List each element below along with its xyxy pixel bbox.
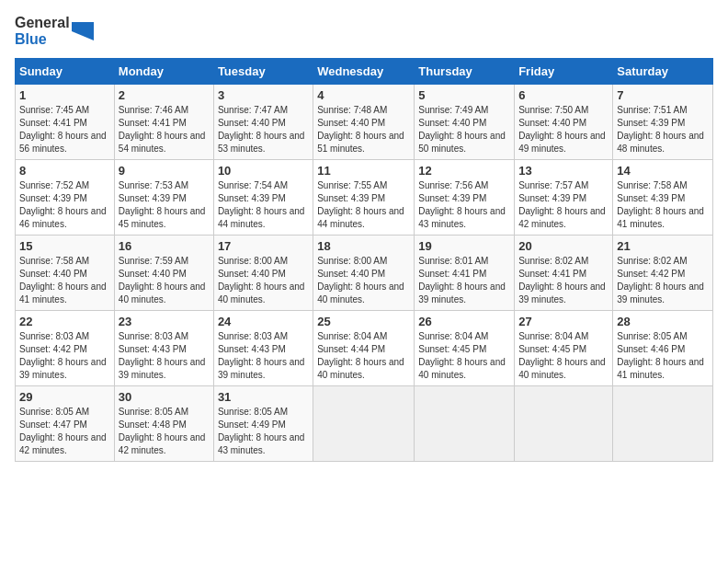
day-info: Sunrise: 8:04 AMSunset: 4:45 PMDaylight:… [418, 331, 506, 380]
calendar-cell [613, 386, 713, 462]
day-info: Sunrise: 7:55 AMSunset: 4:39 PMDaylight:… [317, 180, 404, 229]
day-info: Sunrise: 7:58 AMSunset: 4:40 PMDaylight:… [19, 256, 107, 304]
header-friday: Friday [515, 59, 613, 85]
header-tuesday: Tuesday [213, 59, 313, 85]
calendar-cell: 4 Sunrise: 7:48 AMSunset: 4:40 PMDayligh… [313, 85, 415, 160]
day-number: 29 [19, 390, 110, 404]
day-info: Sunrise: 7:50 AMSunset: 4:40 PMDaylight:… [518, 105, 606, 154]
calendar-cell: 26 Sunrise: 8:04 AMSunset: 4:45 PMDaylig… [415, 311, 515, 386]
logo-general: General [15, 15, 70, 31]
calendar-cell: 6 Sunrise: 7:50 AMSunset: 4:40 PMDayligh… [515, 85, 613, 160]
day-info: Sunrise: 8:05 AMSunset: 4:46 PMDaylight:… [617, 331, 704, 380]
day-info: Sunrise: 7:56 AMSunset: 4:39 PMDaylight:… [418, 180, 506, 229]
day-number: 30 [119, 390, 210, 404]
day-info: Sunrise: 7:57 AMSunset: 4:39 PMDaylight:… [518, 180, 606, 229]
day-number: 11 [317, 164, 410, 178]
day-info: Sunrise: 7:51 AMSunset: 4:39 PMDaylight:… [617, 105, 704, 154]
calendar-cell: 12 Sunrise: 7:56 AMSunset: 4:39 PMDaylig… [415, 160, 515, 236]
calendar-cell: 15 Sunrise: 7:58 AMSunset: 4:40 PMDaylig… [16, 236, 115, 311]
day-number: 18 [317, 239, 410, 253]
week-row-5: 29 Sunrise: 8:05 AMSunset: 4:47 PMDaylig… [16, 386, 713, 462]
week-row-3: 15 Sunrise: 7:58 AMSunset: 4:40 PMDaylig… [16, 236, 713, 311]
day-info: Sunrise: 7:45 AMSunset: 4:41 PMDaylight:… [19, 105, 107, 154]
day-info: Sunrise: 8:05 AMSunset: 4:49 PMDaylight:… [218, 407, 305, 455]
day-info: Sunrise: 8:02 AMSunset: 4:42 PMDaylight:… [617, 256, 704, 304]
calendar-cell [313, 386, 415, 462]
svg-marker-0 [72, 22, 94, 40]
calendar-cell: 16 Sunrise: 7:59 AMSunset: 4:40 PMDaylig… [114, 236, 213, 311]
calendar-cell: 22 Sunrise: 8:03 AMSunset: 4:42 PMDaylig… [16, 311, 115, 386]
day-number: 9 [119, 164, 210, 178]
day-number: 27 [518, 315, 609, 328]
calendar-cell: 31 Sunrise: 8:05 AMSunset: 4:49 PMDaylig… [213, 386, 313, 462]
calendar-cell: 29 Sunrise: 8:05 AMSunset: 4:47 PMDaylig… [16, 386, 115, 462]
day-info: Sunrise: 7:47 AMSunset: 4:40 PMDaylight:… [218, 105, 305, 154]
day-number: 17 [218, 239, 309, 253]
day-number: 8 [19, 164, 110, 178]
day-number: 25 [317, 315, 410, 328]
day-info: Sunrise: 7:48 AMSunset: 4:40 PMDaylight:… [317, 105, 404, 154]
header-sunday: Sunday [16, 59, 115, 85]
day-info: Sunrise: 7:54 AMSunset: 4:39 PMDaylight:… [218, 180, 305, 229]
calendar-cell: 7 Sunrise: 7:51 AMSunset: 4:39 PMDayligh… [613, 85, 713, 160]
day-number: 10 [218, 164, 309, 178]
header-thursday: Thursday [415, 59, 515, 85]
day-number: 22 [19, 315, 110, 328]
calendar-cell: 28 Sunrise: 8:05 AMSunset: 4:46 PMDaylig… [613, 311, 713, 386]
day-number: 14 [617, 164, 709, 178]
calendar-cell: 13 Sunrise: 7:57 AMSunset: 4:39 PMDaylig… [515, 160, 613, 236]
day-info: Sunrise: 8:03 AMSunset: 4:42 PMDaylight:… [19, 331, 107, 380]
day-number: 5 [418, 88, 510, 102]
calendar-cell: 25 Sunrise: 8:04 AMSunset: 4:44 PMDaylig… [313, 311, 415, 386]
day-number: 4 [317, 88, 410, 102]
day-number: 19 [418, 239, 510, 253]
calendar-cell: 18 Sunrise: 8:00 AMSunset: 4:40 PMDaylig… [313, 236, 415, 311]
logo-blue: Blue [15, 31, 70, 48]
day-info: Sunrise: 7:58 AMSunset: 4:39 PMDaylight:… [617, 180, 704, 229]
day-number: 6 [518, 88, 609, 102]
calendar-cell: 23 Sunrise: 8:03 AMSunset: 4:43 PMDaylig… [114, 311, 213, 386]
day-number: 26 [418, 315, 510, 328]
day-number: 12 [418, 164, 510, 178]
day-number: 31 [218, 390, 309, 404]
day-info: Sunrise: 8:03 AMSunset: 4:43 PMDaylight:… [119, 331, 206, 380]
day-info: Sunrise: 7:52 AMSunset: 4:39 PMDaylight:… [19, 180, 107, 229]
week-row-2: 8 Sunrise: 7:52 AMSunset: 4:39 PMDayligh… [16, 160, 713, 236]
day-number: 3 [218, 88, 309, 102]
day-info: Sunrise: 8:05 AMSunset: 4:47 PMDaylight:… [19, 407, 107, 455]
calendar-cell [515, 386, 613, 462]
calendar-cell: 19 Sunrise: 8:01 AMSunset: 4:41 PMDaylig… [415, 236, 515, 311]
calendar-cell: 21 Sunrise: 8:02 AMSunset: 4:42 PMDaylig… [613, 236, 713, 311]
calendar-cell: 1 Sunrise: 7:45 AMSunset: 4:41 PMDayligh… [16, 85, 115, 160]
calendar-cell: 9 Sunrise: 7:53 AMSunset: 4:39 PMDayligh… [114, 160, 213, 236]
calendar-cell: 2 Sunrise: 7:46 AMSunset: 4:41 PMDayligh… [114, 85, 213, 160]
header-monday: Monday [114, 59, 213, 85]
day-info: Sunrise: 8:02 AMSunset: 4:41 PMDaylight:… [518, 256, 606, 304]
day-number: 2 [119, 88, 210, 102]
calendar-cell: 3 Sunrise: 7:47 AMSunset: 4:40 PMDayligh… [213, 85, 313, 160]
logo: General Blue [15, 15, 94, 47]
day-number: 1 [19, 88, 110, 102]
day-number: 16 [119, 239, 210, 253]
page-header: General Blue [15, 15, 713, 47]
day-info: Sunrise: 8:00 AMSunset: 4:40 PMDaylight:… [317, 256, 404, 304]
day-number: 20 [518, 239, 609, 253]
calendar-table: SundayMondayTuesdayWednesdayThursdayFrid… [15, 58, 713, 462]
day-info: Sunrise: 7:59 AMSunset: 4:40 PMDaylight:… [119, 256, 206, 304]
day-info: Sunrise: 8:05 AMSunset: 4:48 PMDaylight:… [119, 407, 206, 455]
day-number: 23 [119, 315, 210, 328]
header-saturday: Saturday [613, 59, 713, 85]
day-info: Sunrise: 8:03 AMSunset: 4:43 PMDaylight:… [218, 331, 305, 380]
day-number: 13 [518, 164, 609, 178]
day-info: Sunrise: 8:04 AMSunset: 4:45 PMDaylight:… [518, 331, 606, 380]
calendar-cell [415, 386, 515, 462]
calendar-cell: 24 Sunrise: 8:03 AMSunset: 4:43 PMDaylig… [213, 311, 313, 386]
header-wednesday: Wednesday [313, 59, 415, 85]
calendar-cell: 20 Sunrise: 8:02 AMSunset: 4:41 PMDaylig… [515, 236, 613, 311]
calendar-cell: 17 Sunrise: 8:00 AMSunset: 4:40 PMDaylig… [213, 236, 313, 311]
logo-chevron-icon [72, 18, 94, 44]
calendar-cell: 14 Sunrise: 7:58 AMSunset: 4:39 PMDaylig… [613, 160, 713, 236]
day-number: 21 [617, 239, 709, 253]
day-info: Sunrise: 7:53 AMSunset: 4:39 PMDaylight:… [119, 180, 206, 229]
day-info: Sunrise: 7:46 AMSunset: 4:41 PMDaylight:… [119, 105, 206, 154]
